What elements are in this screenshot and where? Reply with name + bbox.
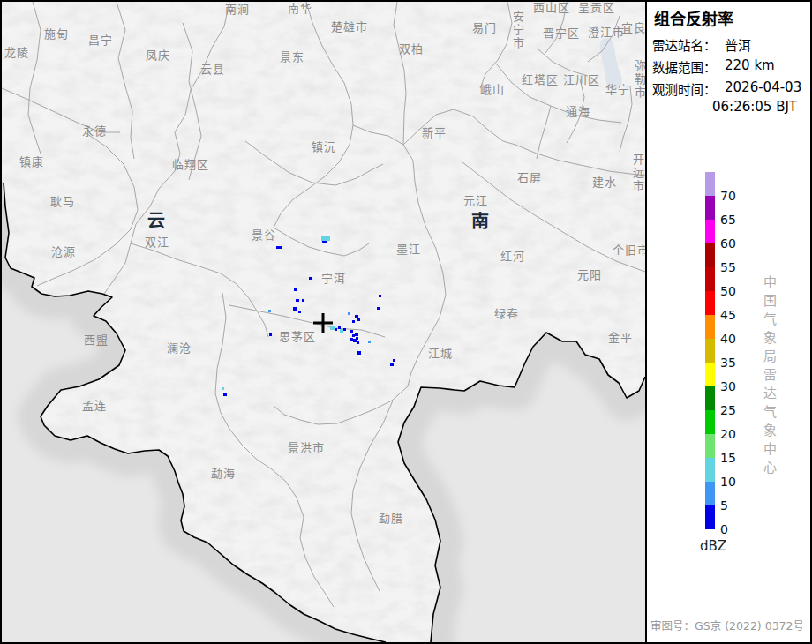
info-value: 普洱	[725, 35, 751, 54]
legend-color-block	[705, 220, 715, 243]
legend-tick: 60	[720, 236, 752, 251]
echo-pixel	[322, 241, 327, 243]
legend-tick: 50	[720, 284, 752, 298]
province-label-char: 云	[147, 212, 165, 229]
echo-pixel	[357, 341, 359, 344]
place-label: 呈贡区	[578, 2, 615, 13]
place-label: 凤庆	[146, 49, 170, 61]
place-label: 红河	[500, 251, 525, 262]
place-label: 云县	[200, 64, 225, 75]
echo-pixel	[379, 295, 381, 297]
place-label: 南涧	[225, 4, 250, 15]
product-title: 组合反射率	[654, 6, 733, 29]
legend-color-block	[705, 291, 715, 315]
info-panel: 组合反射率 雷达站名：普洱数据范围：220 km观测时间：2026-04-030…	[645, 2, 810, 642]
legend-tick: 70	[720, 189, 752, 203]
place-label: 孟连	[82, 400, 107, 411]
place-label: 弥勒市	[634, 60, 645, 100]
echo-pixel	[269, 333, 272, 336]
place-label: 楚雄市	[331, 21, 368, 33]
place-label: 华宁	[605, 84, 630, 95]
echo-pixel	[223, 393, 227, 396]
place-label: 勐腊	[379, 513, 403, 524]
place-label: 绿春	[494, 308, 519, 319]
echo-pixel	[357, 351, 361, 355]
place-label: 江川区	[563, 74, 600, 86]
echo-pixel	[368, 341, 371, 343]
place-label: 江城	[428, 348, 453, 359]
legend-color-block	[705, 243, 715, 267]
legend-unit: dBZ	[700, 538, 726, 554]
place-label: 耿马	[50, 196, 75, 207]
legend-tick: 65	[720, 213, 752, 227]
place-label: 石屏	[517, 172, 542, 183]
place-label: 晋宁区	[543, 27, 580, 39]
place-label: 元阳	[577, 269, 602, 281]
legend-color-block	[705, 315, 715, 339]
place-label: 景东	[280, 51, 304, 63]
echo-pixel	[335, 328, 337, 331]
map-approval-number: 审图号：GS京 (2022) 0372号	[650, 617, 804, 633]
legend-tick: 45	[720, 308, 752, 322]
legend-color-block	[705, 196, 715, 220]
place-label: 昌宁	[88, 34, 113, 46]
place-label: 西山区	[533, 2, 570, 13]
place-label: 双江	[145, 236, 169, 248]
info-value: 220 km	[725, 57, 775, 73]
place-label: 建水	[592, 176, 617, 188]
place-label: 施甸	[44, 28, 69, 40]
info-label: 观测时间：	[652, 79, 717, 98]
echo-pixel	[296, 299, 299, 302]
place-label: 澄江市	[588, 26, 625, 38]
place-label: 沧源	[51, 246, 76, 258]
place-label: 南华	[288, 3, 312, 14]
echo-pixel	[268, 310, 271, 312]
echo-pixel	[350, 330, 353, 333]
station-cross-bar	[322, 313, 325, 333]
echo-pixel	[340, 329, 343, 333]
legend-tick: 10	[720, 475, 752, 489]
place-label: 通海	[566, 106, 590, 117]
legend-tick: 55	[720, 260, 752, 274]
echo-pixel	[294, 288, 297, 291]
province-label-char: 南	[471, 213, 489, 230]
legend-tick: 30	[720, 379, 752, 393]
echo-pixel	[330, 326, 335, 330]
map-canvas	[2, 2, 645, 642]
legend-color-block	[705, 434, 715, 458]
legend-tick: 0	[720, 522, 752, 536]
legend-color-block	[705, 386, 715, 410]
echo-pixel	[222, 387, 224, 390]
echo-pixel	[309, 277, 312, 280]
echo-pixel	[356, 337, 358, 340]
echo-pixel	[352, 334, 355, 337]
info-value: 2026-04-03	[725, 79, 801, 95]
place-label: 易门	[472, 22, 497, 34]
echo-pixel	[298, 311, 301, 313]
place-label: 永德	[82, 125, 107, 137]
legend-color-block	[705, 458, 715, 482]
echo-pixel	[348, 312, 350, 315]
place-label: 宁洱	[321, 273, 346, 284]
echo-pixel	[390, 363, 394, 366]
echo-pixel	[393, 359, 395, 362]
info-label: 数据范围：	[652, 57, 717, 76]
legend-tick: 15	[720, 451, 752, 465]
place-label: 龙陵	[4, 47, 29, 58]
legend-color-block	[705, 505, 715, 529]
radar-viewer-window: 施甸龙陵昌宁凤庆云县永德镇康临翔区耿马双江沧源南涧南华楚雄市双柏景东新平镇沅易门…	[0, 0, 812, 644]
echo-pixel	[321, 236, 330, 241]
place-label: 景谷	[252, 229, 276, 241]
place-label: 景洪市	[288, 442, 325, 453]
place-label: 西盟	[84, 334, 109, 346]
place-label: 新平	[422, 127, 447, 139]
echo-pixel	[343, 328, 346, 331]
legend-tick: 5	[720, 498, 752, 513]
legend-color-block	[705, 339, 715, 363]
legend-color-block	[705, 172, 715, 196]
echo-pixel	[302, 299, 304, 302]
radar-map: 施甸龙陵昌宁凤庆云县永德镇康临翔区耿马双江沧源南涧南华楚雄市双柏景东新平镇沅易门…	[2, 2, 645, 642]
place-label: 安宁市	[512, 11, 523, 50]
echo-pixel	[355, 333, 358, 336]
legend-color-block	[705, 410, 715, 434]
